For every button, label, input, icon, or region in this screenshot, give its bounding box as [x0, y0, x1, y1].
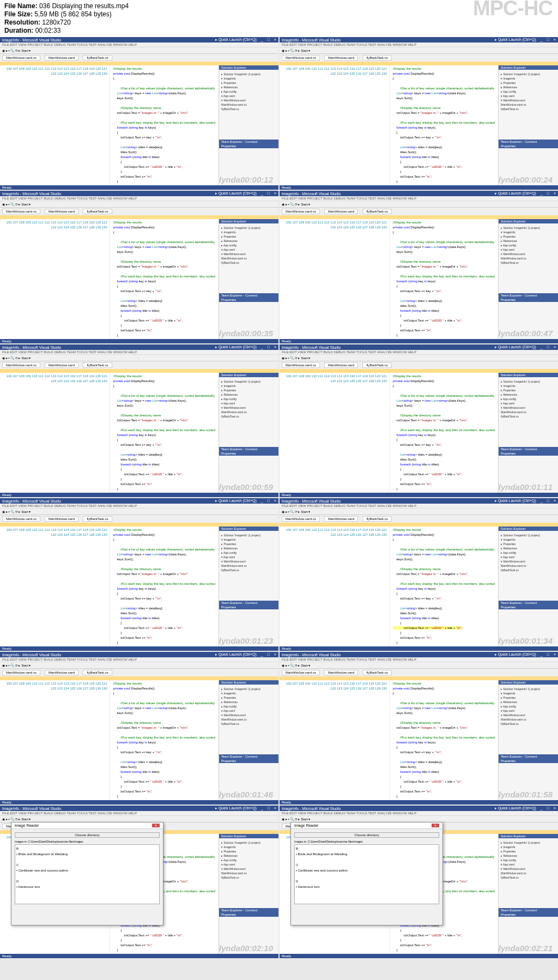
tab-mainwindow-xaml: MainWindow.xaml — [324, 55, 358, 61]
document-tabs[interactable]: MainWindow.xaml.cs MainWindow.xaml flyBa… — [0, 361, 278, 369]
document-tabs[interactable]: MainWindow.xaml.cs MainWindow.xaml flyBa… — [280, 669, 558, 676]
menu-bar[interactable]: FILE EDIT VIEW PROJECT BUILD DEBUG TEAM … — [0, 196, 278, 201]
video-frame: ImageInfo - Microsoft Visual Studio ▸ Qu… — [280, 806, 558, 958]
close-icon[interactable]: × — [432, 824, 439, 827]
menu-bar[interactable]: FILE EDIT VIEW PROJECT BUILD DEBUG TEAM … — [280, 43, 558, 47]
close-icon: × — [274, 345, 276, 349]
close-icon[interactable]: × — [152, 824, 160, 827]
toolbar[interactable]: ◉ ▸ ▪ 🔍 ⟳ ▸ Start ▾ — [280, 47, 558, 54]
choose-directory-button[interactable]: Choose directory — [294, 832, 439, 838]
status-bar: Ready — [280, 339, 558, 343]
timestamp-watermark: lynda00:02:21 — [499, 943, 553, 953]
window-title-bar: ImageInfo - Microsoft Visual Studio ▸ Qu… — [0, 37, 278, 43]
toolbar[interactable]: ◉ ▸ ▪ 🔍 ⟳ ▸ Start ▾ — [280, 201, 558, 208]
status-bar: Ready — [280, 493, 558, 497]
code-editor[interactable]: 106 107 108 109 110 111 112 113 114 115 … — [0, 65, 219, 185]
image-reader-dialog[interactable]: Image Reader× Choose directory Images in… — [290, 822, 443, 925]
maximize-icon: □ — [547, 499, 549, 503]
window-title-bar: ImageInfo - Microsoft Visual Studio ▸ Qu… — [280, 191, 558, 196]
timestamp-watermark: lynda00:00:24 — [499, 175, 553, 184]
window-title-bar: ImageInfo - Microsoft Visual Studio ▸ Qu… — [280, 37, 558, 43]
tab-flybacktask: flyBackTask.cs — [83, 670, 112, 675]
solution-tree[interactable]: ▸ Solution 'ImageInfo' (1 project) ▾ Ima… — [219, 685, 278, 754]
menu-bar[interactable]: FILE EDIT VIEW PROJECT BUILD DEBUG TEAM … — [0, 43, 278, 47]
menu-bar[interactable]: FILE EDIT VIEW PROJECT BUILD DEBUG TEAM … — [280, 811, 558, 816]
status-bar: Ready — [280, 646, 558, 651]
toolbar[interactable]: ◉ ▸ ▪ 🔍 ⟳ ▸ Start ▾ — [0, 47, 278, 54]
toolbar[interactable]: ◉ ▸ ▪ 🔍 ⟳ ▸ Start ▾ — [280, 662, 558, 669]
solution-tree[interactable]: ▸ Solution 'ImageInfo' (1 project) ▾ Ima… — [499, 377, 558, 447]
document-tabs[interactable]: MainWindow.xaml.cs MainWindow.xaml flyBa… — [0, 515, 278, 523]
document-tabs[interactable]: MainWindow.xaml.cs MainWindow.xaml flyBa… — [0, 54, 278, 62]
solution-tree[interactable]: ▸ Solution 'ImageInfo' (1 project) ▾ Ima… — [499, 531, 558, 601]
code-editor[interactable]: 106 107 108 109 110 111 112 113 114 115 … — [0, 680, 219, 800]
solution-tree[interactable]: ▸ Solution 'ImageInfo' (1 project) ▾ Ima… — [499, 70, 558, 140]
timestamp-watermark: lynda00:01:58 — [499, 790, 553, 799]
code-editor[interactable]: 106 107 108 109 110 111 112 113 114 115 … — [280, 680, 498, 800]
status-bar: Ready — [280, 185, 558, 190]
toolbar[interactable]: ◉ ▸ ▪ 🔍 ⟳ ▸ Start ▾ — [0, 509, 278, 515]
solution-tree[interactable]: ▸ Solution 'ImageInfo' (1 project) ▾ Ima… — [499, 838, 558, 908]
tab-mainwindow-cs: MainWindow.xaml.cs — [2, 516, 40, 522]
code-editor[interactable]: 106 107 108 109 110 111 112 113 114 115 … — [280, 219, 498, 339]
solution-tree[interactable]: ▸ Solution 'ImageInfo' (1 project) ▾ Ima… — [219, 223, 278, 293]
code-editor[interactable]: 106 107 108 109 110 111 112 113 114 115 … — [0, 527, 219, 646]
code-editor[interactable]: 106 107 108 109 110 111 112 113 114 115 … — [0, 373, 219, 493]
timestamp-watermark: lynda00:01:11 — [499, 482, 553, 492]
menu-bar[interactable]: FILE EDIT VIEW PROJECT BUILD DEBUG TEAM … — [280, 196, 558, 201]
maximize-icon: □ — [268, 191, 270, 196]
properties-header: Properties — [219, 298, 278, 302]
tab-mainwindow-cs: MainWindow.xaml.cs — [2, 55, 40, 61]
solution-tree[interactable]: ▸ Solution 'ImageInfo' (1 project) ▾ Ima… — [219, 838, 278, 908]
video-frame: ImageInfo - Microsoft Visual Studio ▸ Qu… — [280, 652, 558, 804]
menu-bar[interactable]: FILE EDIT VIEW PROJECT BUILD DEBUG TEAM … — [280, 350, 558, 355]
tab-flybacktask: flyBackTask.cs — [362, 55, 391, 61]
document-tabs[interactable]: MainWindow.xaml.cs MainWindow.xaml flyBa… — [280, 54, 558, 62]
tab-flybacktask: flyBackTask.cs — [362, 516, 391, 522]
solution-tree[interactable]: ▸ Solution 'ImageInfo' (1 project) ▾ Ima… — [219, 531, 278, 601]
close-icon: × — [554, 806, 556, 810]
side-panel: Solution Explorer ▸ Solution 'ImageInfo'… — [498, 834, 558, 954]
solution-tree[interactable]: ▸ Solution 'ImageInfo' (1 project) ▾ Ima… — [219, 377, 278, 447]
menu-bar[interactable]: FILE EDIT VIEW PROJECT BUILD DEBUG TEAM … — [0, 504, 278, 509]
solution-explorer-header: Solution Explorer — [219, 834, 278, 838]
document-tabs[interactable]: MainWindow.xaml.cs MainWindow.xaml flyBa… — [280, 208, 558, 215]
side-panel: Solution Explorer ▸ Solution 'ImageInfo'… — [219, 219, 278, 339]
status-bar: Ready — [0, 800, 278, 804]
solution-explorer-header: Solution Explorer — [219, 219, 278, 223]
video-frame: ImageInfo - Microsoft Visual Studio ▸ Qu… — [0, 498, 278, 651]
solution-tree[interactable]: ▸ Solution 'ImageInfo' (1 project) ▾ Ima… — [499, 223, 558, 293]
document-tabs[interactable]: MainWindow.xaml.cs MainWindow.xaml flyBa… — [280, 361, 558, 369]
thumbnail-grid: ImageInfo - Microsoft Visual Studio ▸ Qu… — [0, 37, 558, 958]
code-editor[interactable]: 106 107 108 109 110 111 112 113 114 115 … — [280, 373, 498, 493]
toolbar[interactable]: ◉ ▸ ▪ 🔍 ⟳ ▸ Start ▾ — [0, 201, 278, 208]
video-frame: ImageInfo - Microsoft Visual Studio ▸ Qu… — [0, 652, 278, 804]
video-frame: ImageInfo - Microsoft Visual Studio ▸ Qu… — [280, 37, 558, 190]
code-editor[interactable]: 106 107 108 109 110 111 112 113 114 115 … — [280, 65, 498, 185]
menu-bar[interactable]: FILE EDIT VIEW PROJECT BUILD DEBUG TEAM … — [280, 657, 558, 662]
tab-mainwindow-xaml: MainWindow.xaml — [45, 670, 78, 675]
choose-directory-button[interactable]: Choose directory — [15, 832, 160, 838]
document-tabs[interactable]: MainWindow.xaml.cs MainWindow.xaml flyBa… — [280, 515, 558, 523]
info-bar — [0, 369, 278, 373]
solution-tree[interactable]: ▸ Solution 'ImageInfo' (1 project) ▾ Ima… — [499, 685, 558, 754]
code-editor[interactable]: 106 107 108 109 110 111 112 113 114 115 … — [280, 527, 498, 646]
minimize-icon: _ — [541, 499, 543, 503]
toolbar[interactable]: ◉ ▸ ▪ 🔍 ⟳ ▸ Start ▾ — [0, 355, 278, 361]
solution-tree[interactable]: ▸ Solution 'ImageInfo' (1 project) ▾ Ima… — [219, 70, 278, 140]
menu-bar[interactable]: FILE EDIT VIEW PROJECT BUILD DEBUG TEAM … — [0, 350, 278, 355]
output-textbox[interactable]: B• Bride and Bridegroom at WeddingC• Car… — [294, 844, 439, 904]
solution-explorer-header: Solution Explorer — [219, 65, 278, 70]
dialog-title: Image Reader — [15, 824, 39, 827]
toolbar[interactable]: ◉ ▸ ▪ 🔍 ⟳ ▸ Start ▾ — [280, 355, 558, 361]
output-textbox[interactable]: B• Bride and Bridegroom at WeddingC• Car… — [15, 844, 160, 904]
document-tabs[interactable]: MainWindow.xaml.cs MainWindow.xaml flyBa… — [0, 669, 278, 676]
document-tabs[interactable]: MainWindow.xaml.cs MainWindow.xaml flyBa… — [0, 208, 278, 215]
toolbar[interactable]: ◉ ▸ ▪ 🔍 ⟳ ▸ Start ▾ — [280, 509, 558, 515]
image-reader-dialog[interactable]: Image Reader× Choose directory Images in… — [11, 822, 163, 925]
menu-bar[interactable]: FILE EDIT VIEW PROJECT BUILD DEBUG TEAM … — [0, 657, 278, 662]
code-editor[interactable]: 106 107 108 109 110 111 112 113 114 115 … — [0, 219, 219, 339]
toolbar[interactable]: ◉ ▸ ▪ 🔍 ⟳ ▸ Start ▾ — [0, 662, 278, 669]
menu-bar[interactable]: FILE EDIT VIEW PROJECT BUILD DEBUG TEAM … — [0, 811, 278, 816]
menu-bar[interactable]: FILE EDIT VIEW PROJECT BUILD DEBUG TEAM … — [280, 504, 558, 509]
